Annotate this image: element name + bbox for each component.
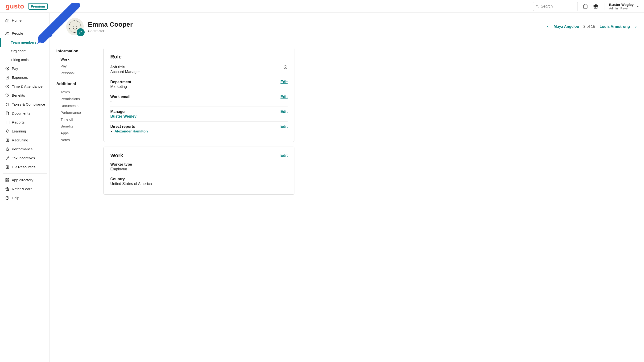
grid-icon xyxy=(5,178,10,182)
field-label: Direct reports xyxy=(110,124,148,129)
mini-nav-work[interactable]: Work xyxy=(56,56,89,63)
sidebar-item-refer-earn[interactable]: Refer & earn xyxy=(0,184,50,194)
sidebar-item-label: Learning xyxy=(12,129,26,134)
mini-nav-taxes[interactable]: Taxes xyxy=(56,88,89,96)
star-icon xyxy=(5,147,10,151)
sidebar-item-performance[interactable]: Performance xyxy=(0,145,50,154)
sidebar-item-benefits[interactable]: Benefits xyxy=(0,91,50,100)
sidebar-item-label: Team members xyxy=(11,40,36,44)
info-icon[interactable] xyxy=(283,65,288,69)
heart-icon xyxy=(5,93,10,98)
field-label: Worker type xyxy=(110,162,288,166)
pager-position: 2 of 15 xyxy=(584,24,596,29)
sidebar-item-label: Refer & earn xyxy=(12,187,32,191)
sidebar-item-tax-incentives[interactable]: Tax Incentives xyxy=(0,154,50,162)
mini-nav-time-off[interactable]: Time off xyxy=(56,116,89,123)
search-input-wrap[interactable] xyxy=(533,2,578,11)
field-value: Account Manager xyxy=(110,70,140,74)
mini-nav-personal[interactable]: Personal xyxy=(56,70,89,76)
mini-nav-performance[interactable]: Performance xyxy=(56,109,89,116)
sidebar-item-pay[interactable]: Pay xyxy=(0,64,50,73)
edit-work-email-link[interactable]: Edit xyxy=(280,95,288,99)
field-label: Department xyxy=(110,80,131,84)
people-icon xyxy=(5,31,10,36)
svg-rect-2 xyxy=(584,5,588,8)
sidebar-item-label: Expenses xyxy=(12,76,28,80)
edit-work-link[interactable]: Edit xyxy=(280,154,288,158)
sidebar-item-label: Documents xyxy=(12,111,30,116)
expenses-icon xyxy=(5,76,10,80)
svg-line-1 xyxy=(538,7,539,8)
svg-point-39 xyxy=(76,26,77,27)
chevron-right-icon[interactable] xyxy=(634,25,638,28)
sidebar-item-taxes-compliance[interactable]: Taxes & Compliance xyxy=(0,100,50,109)
field-value: Employee xyxy=(110,167,288,171)
sidebar-item-home[interactable]: Home xyxy=(0,16,50,25)
sidebar-item-team-members[interactable]: Team members xyxy=(0,38,50,47)
help-icon xyxy=(5,196,10,200)
svg-point-9 xyxy=(6,32,7,33)
sidebar-item-label: App directory xyxy=(12,178,33,182)
edit-manager-link[interactable]: Edit xyxy=(280,110,288,114)
sidebar-item-label: HR Resources xyxy=(12,165,36,169)
mini-nav-permissions[interactable]: Permissions xyxy=(56,96,89,102)
back-arrow[interactable]: ← xyxy=(56,24,62,30)
sidebar-item-recruiting[interactable]: Recruiting xyxy=(0,136,50,145)
field-label: Work email xyxy=(110,95,130,99)
sidebar-item-label: Help xyxy=(12,196,19,200)
calendar-icon[interactable] xyxy=(582,4,588,9)
mini-nav-heading: Information xyxy=(56,49,89,54)
field-label: Country xyxy=(110,177,288,181)
avatar-edit-button[interactable] xyxy=(76,28,85,36)
search-input[interactable] xyxy=(541,4,575,8)
field-label: Manager xyxy=(110,110,136,114)
mini-nav-pay[interactable]: Pay xyxy=(56,63,89,70)
profile-section-nav: Information Work Pay Personal Additional… xyxy=(56,48,89,195)
sidebar-item-app-directory[interactable]: App directory xyxy=(0,176,50,184)
sidebar-item-help[interactable]: Help xyxy=(0,194,50,202)
gift-icon xyxy=(5,187,10,191)
svg-marker-23 xyxy=(6,148,9,151)
svg-point-24 xyxy=(6,158,7,159)
mini-nav-documents[interactable]: Documents xyxy=(56,102,89,109)
sidebar-item-time-attendance[interactable]: Time & Attendance xyxy=(0,82,50,91)
clock-icon xyxy=(5,84,10,88)
manager-link[interactable]: Buster Wegley xyxy=(110,114,136,118)
user-menu[interactable]: Buster Wegley Admin · Revel xyxy=(604,2,639,10)
gift-icon[interactable] xyxy=(593,4,598,9)
sidebar-item-reports[interactable]: Reports xyxy=(0,118,50,127)
mini-nav-notes[interactable]: Notes xyxy=(56,136,89,143)
edit-direct-reports-link[interactable]: Edit xyxy=(280,124,288,129)
user-name: Buster Wegley xyxy=(609,2,634,6)
sidebar-item-learning[interactable]: Learning xyxy=(0,127,50,136)
hr-icon xyxy=(5,165,10,169)
sidebar-item-documents[interactable]: Documents xyxy=(0,109,50,118)
chevron-left-icon[interactable] xyxy=(546,25,550,28)
pager-next-link[interactable]: Louis Armstrong xyxy=(600,24,630,29)
field-label: Job title xyxy=(110,65,140,69)
sidebar-item-expenses[interactable]: Expenses xyxy=(0,73,50,82)
premium-badge[interactable]: Premium xyxy=(28,3,48,10)
sidebar-item-label: Time & Attendance xyxy=(12,84,42,88)
recruiting-icon xyxy=(5,138,10,142)
sidebar-item-org-chart[interactable]: Org chart xyxy=(0,47,50,56)
edit-department-link[interactable]: Edit xyxy=(280,80,288,84)
card-title: Work xyxy=(110,152,123,158)
chart-icon xyxy=(5,120,10,124)
mini-nav-benefits[interactable]: Benefits xyxy=(56,123,89,130)
sidebar-item-label: People xyxy=(12,31,23,36)
sidebar-item-hiring-tools[interactable]: Hiring tools xyxy=(0,56,50,64)
bulb-icon xyxy=(5,129,10,134)
field-value: United States of America xyxy=(110,182,288,186)
mini-nav-apps[interactable]: Apps xyxy=(56,130,89,136)
pager-prev-link[interactable]: Maya Angelou xyxy=(554,24,579,29)
gusto-logo[interactable]: gusto xyxy=(6,2,24,10)
pencil-icon xyxy=(79,31,82,34)
sidebar-item-people[interactable]: People xyxy=(0,29,50,38)
field-value: - xyxy=(110,100,130,104)
chevron-down-icon xyxy=(636,5,639,8)
svg-point-22 xyxy=(7,140,8,140)
building-icon xyxy=(5,102,10,106)
direct-report-link[interactable]: Alexander Hamilton xyxy=(114,129,148,133)
sidebar-item-hr-resources[interactable]: HR Resources xyxy=(0,162,50,172)
